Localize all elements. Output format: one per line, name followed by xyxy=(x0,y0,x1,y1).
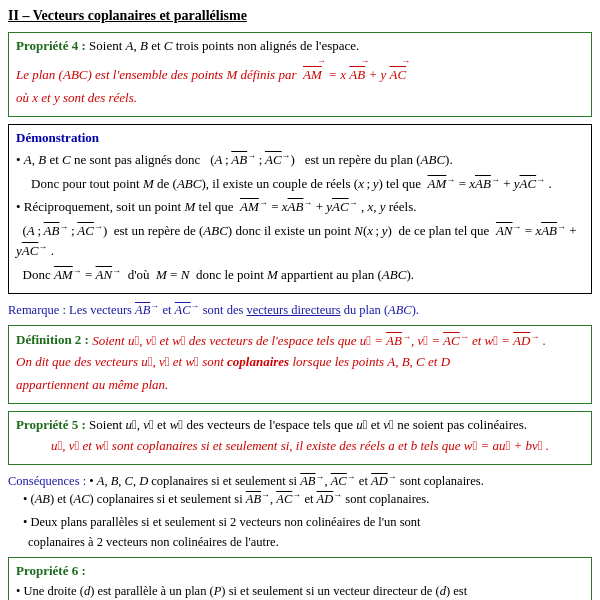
prop4-title: Propriété 4 : Soient A, B et C trois poi… xyxy=(16,38,584,54)
consequences-section: Conséquences : • A, B, C, D coplanaires … xyxy=(8,472,592,550)
def2-box: Définition 2 : Soient u⃗, v⃗ et w⃗ des v… xyxy=(8,325,592,404)
prop4-text1: Soient A, B et C trois points non aligné… xyxy=(89,38,359,53)
prop6-title: Propriété 6 : xyxy=(16,563,584,579)
prop6-body: • Une droite (d) est parallèle à un plan… xyxy=(16,582,584,600)
prop6-box: Propriété 6 : • Une droite (d) est paral… xyxy=(8,557,592,600)
def2-body: On dit que des vecteurs u⃗, v⃗ et w⃗ son… xyxy=(16,352,584,395)
prop5-body: u⃗, v⃗ et w⃗ sont coplanaires si et seul… xyxy=(16,436,584,456)
prop4-body: Le plan (ABC) est l'ensemble des points … xyxy=(16,57,584,108)
page-title: II – Vecteurs coplanaires et parallélism… xyxy=(8,8,592,24)
demo-title: Démonstration xyxy=(16,130,584,146)
prop5-title: Propriété 5 : Soient u⃗, v⃗ et w⃗ des ve… xyxy=(16,417,584,433)
prop4-box: Propriété 4 : Soient A, B et C trois poi… xyxy=(8,32,592,117)
def2-title: Définition 2 : Soient u⃗, v⃗ et w⃗ des v… xyxy=(16,331,584,348)
remark: Remarque : Les vecteurs AB→ et AC→ sont … xyxy=(8,301,592,318)
consequence-label: Conséquences : xyxy=(8,474,89,488)
prop5-box: Propriété 5 : Soient u⃗, v⃗ et w⃗ des ve… xyxy=(8,411,592,465)
demo-body: • A, B et C ne sont pas alignés donc (A … xyxy=(16,150,584,285)
demo-box: Démonstration • A, B et C ne sont pas al… xyxy=(8,124,592,294)
